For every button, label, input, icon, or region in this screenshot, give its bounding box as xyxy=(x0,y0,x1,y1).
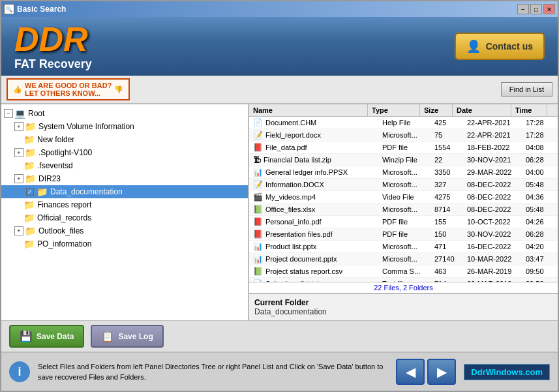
next-button[interactable]: ▶ xyxy=(427,359,456,385)
tree-item-sysvolinfo[interactable]: + 📁 System Volume Information xyxy=(1,120,248,133)
current-folder-label: Current Folder xyxy=(254,298,552,307)
col-header-date[interactable]: Date xyxy=(453,104,511,116)
tree-panel[interactable]: − 💻 Root + 📁 System Volume Information 📁… xyxy=(1,104,249,320)
file-type-icon: 📕 xyxy=(253,217,263,226)
tree-item-finances[interactable]: 📁 Finances report xyxy=(1,198,248,211)
expand-root[interactable]: − xyxy=(4,109,13,118)
file-cell-size: 463 xyxy=(431,267,463,276)
app-icon: 🔍 xyxy=(4,4,14,14)
file-cell-date: 10-MAR-2022 xyxy=(463,254,522,264)
file-type-icon: 📊 xyxy=(253,254,263,264)
file-cell-time: 04:08 xyxy=(522,143,558,152)
expand-dir23[interactable]: + xyxy=(14,174,23,183)
file-type-icon: 📕 xyxy=(253,143,263,152)
minimize-button[interactable]: − xyxy=(517,4,529,14)
tree-item-root[interactable]: − 💻 Root xyxy=(1,107,248,120)
file-cell-time: 04:00 xyxy=(522,168,558,177)
file-row[interactable]: 📊 Product list.pptx Microsoft... 471 16-… xyxy=(249,241,558,253)
file-cell-type: Microsoft... xyxy=(378,242,431,251)
file-cell-size: 75 xyxy=(431,130,463,140)
tree-item-fseventsd[interactable]: 📁 .fseventsd xyxy=(1,159,248,172)
tree-item-official[interactable]: 📁 Official_records xyxy=(1,211,248,224)
expand-sysvolinfo[interactable]: + xyxy=(14,122,23,131)
tree-label-newfolder: New folder xyxy=(37,135,74,144)
contact-button[interactable]: 👤 Contact us xyxy=(455,33,545,60)
tree-item-spotlight[interactable]: + 📁 .Spotlight-V100 xyxy=(1,146,248,159)
tree-label-sysvolinfo: System Volume Information xyxy=(38,122,134,131)
file-type-icon: 🎬 xyxy=(253,192,263,202)
tree-label-root: Root xyxy=(28,109,44,118)
prev-button[interactable]: ◀ xyxy=(396,359,425,385)
app-window: 🔍 Basic Search − □ ✕ DDR FAT Recovery 👤 … xyxy=(0,0,559,392)
file-list-body[interactable]: 📄 Document.CHM Help File 425 22-APR-2021… xyxy=(249,117,558,282)
save-log-button[interactable]: 📋 Save Log xyxy=(91,325,163,348)
save-data-button[interactable]: 💾 Save Data xyxy=(9,325,84,348)
tree-label-official: Official_records xyxy=(37,213,91,222)
file-name: Presentation files.pdf xyxy=(265,230,333,238)
file-row[interactable]: 📊 General ledger info.PPSX Microsoft... … xyxy=(249,166,558,179)
tree-item-datadoc[interactable]: 📁 Data_documentation xyxy=(1,185,248,198)
logo-subtitle: FAT Recovery xyxy=(14,57,92,71)
logo-ddr: DDR xyxy=(14,22,92,56)
file-cell-name: 📊 Project document.pptx xyxy=(249,254,378,264)
status-bar: i Select Files and Folders from left Pan… xyxy=(1,352,558,391)
file-cell-size: 425 xyxy=(431,118,463,127)
file-row[interactable]: 📕 File_data.pdf PDF file 1554 18-FEB-202… xyxy=(249,142,558,154)
file-cell-date: 29-MAR-2022 xyxy=(463,168,522,177)
file-type-icon: 📗 xyxy=(253,267,263,276)
tree-label-finances: Finances report xyxy=(37,200,91,209)
expand-spotlight[interactable]: + xyxy=(14,148,23,157)
file-cell-name: 📕 File_data.pdf xyxy=(249,142,378,153)
tree-label-outlook: Outlook_files xyxy=(38,226,83,235)
file-cell-name: 📕 Personal_info.pdf xyxy=(249,217,378,227)
save-data-icon: 💾 xyxy=(20,330,33,342)
file-row[interactable]: 📝 Information.DOCX Microsoft... 327 08-D… xyxy=(249,179,558,191)
nav-buttons: ◀ ▶ xyxy=(396,359,456,385)
file-cell-date: 08-DEC-2022 xyxy=(463,180,522,189)
file-cell-time: 04:36 xyxy=(522,192,558,202)
file-cell-name: 📊 Product list.pptx xyxy=(249,241,378,252)
checkbox-datadoc[interactable] xyxy=(26,188,34,196)
expand-outlook[interactable]: + xyxy=(14,226,23,235)
find-in-list-button[interactable]: Find in List xyxy=(501,82,552,97)
tree-item-newfolder[interactable]: 📁 New folder xyxy=(1,133,248,146)
file-cell-date: 22-APR-2021 xyxy=(463,118,522,127)
file-name: File_data.pdf xyxy=(265,143,307,151)
tree-item-po[interactable]: 📁 PO_information xyxy=(1,237,248,250)
file-cell-time: 05:48 xyxy=(522,180,558,189)
rating-button[interactable]: 👍 WE ARE GOOD OR BAD? LET OTHERS KNOW...… xyxy=(7,78,130,100)
close-button[interactable]: ✕ xyxy=(543,4,555,14)
folder-icon-official: 📁 xyxy=(23,213,35,223)
file-cell-time: 17:28 xyxy=(522,130,558,140)
file-row[interactable]: 📗 Office_files.xlsx Microsoft... 8714 08… xyxy=(249,204,558,216)
col-header-name[interactable]: Name xyxy=(249,104,368,116)
file-row[interactable]: 📄 Document.CHM Help File 425 22-APR-2021… xyxy=(249,117,558,129)
file-row[interactable]: 📗 Project status report.csv Comma S... 4… xyxy=(249,265,558,278)
tree-item-dir23[interactable]: + 📁 DIR23 xyxy=(1,172,248,185)
file-cell-type: Microsoft... xyxy=(378,254,431,264)
file-row[interactable]: 🗜 Financial Data list.zip Winzip File 22… xyxy=(249,154,558,166)
file-name: Product list.pptx xyxy=(265,243,316,250)
rating-line2: LET OTHERS KNOW... xyxy=(25,89,112,97)
file-cell-time: 06:28 xyxy=(522,155,558,164)
file-cell-date: 08-DEC-2022 xyxy=(463,192,522,202)
folder-icon-finances: 📁 xyxy=(23,200,35,210)
tree-item-outlook[interactable]: + 📁 Outlook_files xyxy=(1,224,248,237)
col-header-time[interactable]: Time xyxy=(511,104,547,116)
file-name: Information.DOCX xyxy=(265,181,324,188)
file-row[interactable]: 📊 Project document.pptx Microsoft... 271… xyxy=(249,253,558,265)
file-row[interactable]: 📝 Field_report.docx Microsoft... 75 22-A… xyxy=(249,129,558,142)
file-cell-date: 16-DEC-2022 xyxy=(463,242,522,251)
file-row[interactable]: 📕 Personal_info.pdf PDF file 155 10-OCT-… xyxy=(249,216,558,228)
file-name: Personal_info.pdf xyxy=(265,218,322,226)
col-header-type[interactable]: Type xyxy=(368,104,420,116)
maximize-button[interactable]: □ xyxy=(530,4,542,14)
col-header-size[interactable]: Size xyxy=(420,104,453,116)
file-row[interactable]: 🎬 My_videos.mp4 Video File 4275 08-DEC-2… xyxy=(249,191,558,204)
file-cell-type: Winzip File xyxy=(378,155,431,164)
file-type-icon: 📝 xyxy=(253,130,263,140)
file-cell-size: 327 xyxy=(431,180,463,189)
folder-icon-outlook: 📁 xyxy=(25,226,36,236)
file-cell-size: 22 xyxy=(431,155,463,164)
file-row[interactable]: 📕 Presentation files.pdf PDF file 150 30… xyxy=(249,228,558,241)
